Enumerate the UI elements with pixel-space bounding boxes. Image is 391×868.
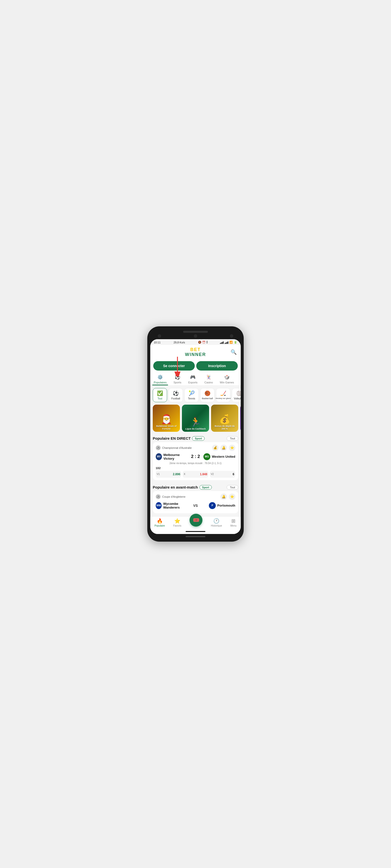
prematch-title-row: Populaire en avant-match Sport (153, 485, 212, 490)
prematch-star-icon[interactable]: ⭐ (229, 494, 235, 500)
prematch-team1-logo: WW (156, 502, 162, 509)
nav-historique-icon: 🕐 (213, 518, 220, 524)
wifi-icon: 📶 (229, 341, 233, 344)
promo-drum[interactable]: 🎅 BetWinner Drum of Fortune (153, 405, 180, 432)
promo-depot[interactable]: 💰 Bonus de dépôt de 200 % (211, 405, 238, 432)
live-star-icon[interactable]: ⭐ (229, 445, 235, 451)
app-header: BET WINNER 🔍 (150, 345, 241, 359)
nav-cat-sports[interactable]: ⚽ Sports (170, 373, 185, 385)
live-odds-label: 1X2 (156, 467, 235, 470)
live-section: Populaire EN DIRECT Sport Tout ⚽ Champio… (150, 434, 241, 483)
connect-button[interactable]: Se connecter (153, 361, 195, 371)
live-team1-logo: MV (156, 453, 162, 460)
search-button[interactable]: 🔍 (231, 349, 237, 355)
chip-hockey-icon: 🏒 (220, 390, 226, 396)
prematch-bell-icon[interactable]: 🔔 (220, 494, 227, 500)
live-match-league: ⚽ Championnat d'Australie 💰 🔔 ⭐ (156, 445, 235, 451)
app-logo: BET WINNER (185, 347, 206, 357)
nav-sports-label: Sports (173, 381, 181, 384)
live-odd-v2[interactable]: V2 6 (210, 471, 235, 478)
nav-sports-icon: ⚽ (175, 374, 180, 380)
live-team2: WU Western United (202, 453, 235, 460)
live-team2-logo: WU (203, 453, 210, 460)
nav-esports-label: Esports (188, 381, 197, 384)
promo-drum-icon: 🎅 (161, 414, 172, 424)
logo-bet: BET (190, 347, 201, 352)
status-icons: 🔕 ⏰ ₿ (198, 341, 208, 344)
nav-casino-icon: 🃏 (206, 374, 211, 380)
bottom-nav: 🔥 Populaire ⭐ Favoris 🎟️ 🕐 Historique ⊞ … (150, 516, 241, 530)
auth-buttons: Se connecter Inscription (150, 359, 241, 373)
nav-cat-esports[interactable]: 🎮 Esports (185, 373, 201, 385)
live-team1: MV Melbourne Victory (156, 453, 189, 460)
chip-tout-icon: ✅ (157, 390, 163, 396)
chip-volleyball-label: Volleyball (234, 397, 241, 400)
nav-populaire[interactable]: 🔥 Populaire (155, 518, 165, 527)
nav-casino-label: Casino (204, 381, 213, 384)
chip-tout-label: Tout (158, 397, 162, 400)
chip-tennis-label: Tennis (188, 397, 195, 400)
live-match-time: 2ème mi-temps, temps écoulé : 76:04 (2-1… (156, 462, 235, 465)
nav-cat-casino[interactable]: 🃏 Casino (201, 373, 216, 385)
status-network: 29,8 Ko/s (173, 341, 185, 344)
promo-depot-icon: 💰 (219, 414, 230, 424)
promo-bonus[interactable]: 🎰 Bon €1500+ (240, 405, 241, 432)
live-match-card: ⚽ Championnat d'Australie 💰 🔔 ⭐ MV Melbo… (153, 442, 238, 480)
nav-favoris-icon: ⭐ (174, 518, 180, 524)
chip-volleyball[interactable]: 🏐 Volleyball (232, 388, 241, 402)
nav-favoris[interactable]: ⭐ Favoris (173, 518, 181, 527)
nav-menu[interactable]: ⊞ Menu (230, 518, 236, 527)
live-section-badge[interactable]: Sport (192, 436, 205, 441)
nav-historique[interactable]: 🕐 Historique (211, 518, 222, 527)
prematch-vs: VS (191, 504, 200, 507)
nav-populaire-icon: 🔥 (157, 518, 163, 524)
live-tout-button[interactable]: Tout (227, 436, 238, 441)
prematch-section-badge[interactable]: Sport (199, 485, 212, 490)
live-odds-row: V1 2.896 X 1.848 V2 6 (156, 471, 235, 478)
live-coins-icon[interactable]: 💰 (212, 445, 219, 451)
signal2-icon (225, 341, 228, 344)
chip-basketball[interactable]: 🏀 Basket-ball (200, 388, 215, 402)
chip-tout[interactable]: ✅ Tout (153, 388, 167, 402)
promo-cashback-label: Ligue du Cashback (185, 428, 206, 430)
nav-populaires-label: Populaires (154, 381, 167, 384)
chip-hockey[interactable]: 🏒 Hockey sur glace (216, 388, 230, 402)
sport-chips: ✅ Tout ⚽ Football 🎾 Tennis 🏀 Basket-ball… (150, 385, 241, 405)
live-odd-v2-label: V2 (211, 473, 214, 475)
prematch-team2: P Portsmouth (200, 502, 235, 509)
nav-coupon-button[interactable]: 🎟️ (190, 514, 202, 527)
live-title-row: Populaire EN DIRECT Sport (153, 436, 205, 441)
prematch-section: Populaire en avant-match Sport Tout ⚽ Co… (150, 483, 241, 516)
promo-cashback-icon: 🏃 (190, 417, 201, 427)
phone-notch (150, 331, 241, 333)
nav-favoris-label: Favoris (173, 524, 181, 527)
live-team2-name: Western United (212, 455, 235, 459)
prematch-section-title: Populaire en avant-match (153, 485, 198, 489)
chip-volleyball-icon: 🏐 (236, 390, 241, 396)
live-odd-v1[interactable]: V1 2.896 (156, 471, 181, 478)
nav-cat-wingames[interactable]: 🎲 Win Games (216, 373, 237, 385)
prematch-tout-button[interactable]: Tout (227, 485, 238, 490)
auth-section: Se connecter Inscription (150, 359, 241, 373)
promo-banners: 🎅 BetWinner Drum of Fortune 🏃 Ligue du C… (150, 405, 241, 434)
nav-cat-populaires[interactable]: ⚙️ Populaires (150, 373, 170, 385)
nav-historique-label: Historique (211, 524, 222, 527)
nav-wingames-label: Win Games (220, 381, 234, 384)
live-score: 2 : 2 (189, 454, 202, 459)
live-odd-x[interactable]: X 1.848 (183, 471, 208, 478)
nav-menu-icon: ⊞ (231, 518, 235, 524)
inscription-button[interactable]: Inscription (196, 361, 238, 371)
chip-tennis[interactable]: 🎾 Tennis (185, 388, 199, 402)
prematch-team2-logo: P (209, 502, 216, 509)
live-bell-icon[interactable]: 🔔 (220, 445, 227, 451)
status-bar: 10:11 29,8 Ko/s 🔕 ⏰ ₿ 📶 🔋 (150, 339, 241, 345)
live-odd-v1-label: V1 (157, 473, 160, 475)
chip-football-label: Football (171, 397, 180, 400)
chip-football-icon: ⚽ (173, 390, 179, 396)
live-section-header: Populaire EN DIRECT Sport Tout (153, 434, 238, 442)
chip-basketball-label: Basket-ball (202, 397, 213, 400)
promo-cashback[interactable]: 🏃 Ligue du Cashback (182, 405, 209, 432)
phone-screen: 10:11 29,8 Ko/s 🔕 ⏰ ₿ 📶 🔋 (150, 339, 241, 534)
chip-football[interactable]: ⚽ Football (169, 388, 183, 402)
live-section-title: Populaire EN DIRECT (153, 436, 191, 440)
